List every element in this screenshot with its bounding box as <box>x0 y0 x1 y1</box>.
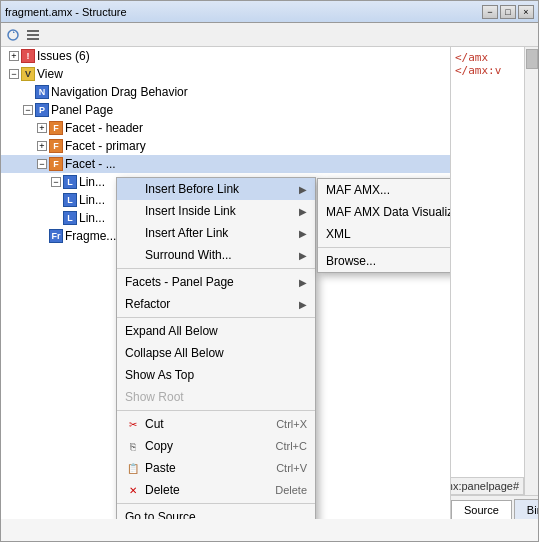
menu-refactor[interactable]: Refactor ▶ <box>117 293 315 315</box>
browse-label: Browse... <box>326 254 376 268</box>
menu-goto-source[interactable]: Go to Source <box>117 506 315 519</box>
menu-facets-label: Facets - Panel Page <box>125 275 234 289</box>
issues-label: Issues (6) <box>37 49 90 63</box>
cut-shortcut: Ctrl+X <box>276 418 307 430</box>
menu-cut-label: Cut <box>145 417 164 431</box>
fragment-label: Fragme... <box>65 229 116 243</box>
menu-cut[interactable]: ✂ Cut Ctrl+X <box>117 413 315 435</box>
menu-insert-before[interactable]: Insert Before Link ▶ MAF AMX... MAF AMX <box>117 178 315 200</box>
facets-arrow: ▶ <box>299 277 307 288</box>
menu-show-as-top[interactable]: Show As Top <box>117 364 315 386</box>
bottom-tabs: Source Bindings <box>451 495 538 519</box>
maf-amx-dataviz-label: MAF AMX Data Visualizations... <box>326 205 451 219</box>
insert-after-icon <box>125 225 141 241</box>
restore-button[interactable]: □ <box>500 5 516 19</box>
menu-insert-inside[interactable]: Insert Inside Link ▶ <box>117 200 315 222</box>
toolbar <box>1 23 538 47</box>
code-line1: </amx <box>455 51 518 64</box>
content-area: + ! Issues (6) − V View N Navigation Dra… <box>1 47 538 519</box>
expand-issues[interactable]: + <box>9 51 19 61</box>
menu-insert-before-label: Insert Before Link <box>145 182 239 196</box>
expand-facet-header[interactable]: + <box>37 123 47 133</box>
xml-label: XML <box>326 227 351 241</box>
context-menu: Insert Before Link ▶ MAF AMX... MAF AMX <box>116 177 316 519</box>
paste-shortcut: Ctrl+V <box>276 462 307 474</box>
scrollbar-thumb[interactable] <box>526 49 538 69</box>
expand-panelpage[interactable]: − <box>23 105 33 115</box>
nav-label: Navigation Drag Behavior <box>51 85 188 99</box>
facet-primary-icon: F <box>49 139 63 153</box>
menu-show-as-top-label: Show As Top <box>125 368 194 382</box>
menu-paste-label: Paste <box>145 461 176 475</box>
facet-header-label: Facet - header <box>65 121 143 135</box>
code-line2: </amx:v <box>455 64 518 77</box>
menu-expand-all[interactable]: Expand All Below <box>117 320 315 342</box>
close-button[interactable]: × <box>518 5 534 19</box>
tree-item-nav[interactable]: N Navigation Drag Behavior <box>1 83 450 101</box>
submenu-browse[interactable]: Browse... <box>318 250 451 272</box>
insert-inside-arrow: ▶ <box>299 206 307 217</box>
minimize-button[interactable]: − <box>482 5 498 19</box>
settings-icon[interactable] <box>25 27 41 43</box>
menu-goto-source-label: Go to Source <box>125 510 196 519</box>
tree-item-issues[interactable]: + ! Issues (6) <box>1 47 450 65</box>
tree-item-view[interactable]: − V View <box>1 65 450 83</box>
tab-source[interactable]: Source <box>451 500 512 519</box>
menu-surround[interactable]: Surround With... ▶ <box>117 244 315 266</box>
expand-link1[interactable]: − <box>51 177 61 187</box>
menu-insert-after[interactable]: Insert After Link ▶ <box>117 222 315 244</box>
submenu-xml[interactable]: XML ▶ <box>318 223 451 245</box>
submenu-maf-amx-dataviz[interactable]: MAF AMX Data Visualizations... <box>318 201 451 223</box>
sep1 <box>117 268 315 269</box>
expand-facet-primary[interactable]: + <box>37 141 47 151</box>
menu-collapse-all-label: Collapse All Below <box>125 346 224 360</box>
status-text: amx:panelpage# <box>451 477 524 495</box>
insert-inside-icon <box>125 203 141 219</box>
submenu-arrow: ▶ <box>299 184 307 195</box>
menu-show-root: Show Root <box>117 386 315 408</box>
fragment-icon: Fr <box>49 229 63 243</box>
menu-insert-after-label: Insert After Link <box>145 226 228 240</box>
window-title: fragment.amx - Structure <box>5 6 127 18</box>
refactor-arrow: ▶ <box>299 299 307 310</box>
menu-show-root-label: Show Root <box>125 390 184 404</box>
facet-header-icon: F <box>49 121 63 135</box>
menu-copy-label: Copy <box>145 439 173 453</box>
svg-rect-2 <box>27 34 39 36</box>
view-label: View <box>37 67 63 81</box>
maf-amx-label: MAF AMX... <box>326 183 390 197</box>
right-panel: </amx </amx:v amx:panelpage# Source Bind… <box>451 47 538 519</box>
tree-item-facet-other[interactable]: − F Facet - ... <box>1 155 450 173</box>
insert-after-arrow: ▶ <box>299 228 307 239</box>
main-window: fragment.amx - Structure − □ × <box>0 0 539 542</box>
link3-icon: L <box>63 211 77 225</box>
surround-arrow: ▶ <box>299 250 307 261</box>
menu-delete-label: Delete <box>145 483 180 497</box>
tree-item-facet-primary[interactable]: + F Facet - primary <box>1 137 450 155</box>
expand-facet-other[interactable]: − <box>37 159 47 169</box>
tree-item-facet-header[interactable]: + F Facet - header <box>1 119 450 137</box>
copy-icon: ⎘ <box>125 438 141 454</box>
submenu-separator <box>318 247 451 248</box>
menu-delete[interactable]: ✕ Delete Delete <box>117 479 315 501</box>
menu-collapse-all[interactable]: Collapse All Below <box>117 342 315 364</box>
tree-panel: + ! Issues (6) − V View N Navigation Dra… <box>1 47 451 519</box>
submenu-maf-amx[interactable]: MAF AMX... <box>318 179 451 201</box>
tree-item-panelpage[interactable]: − P Panel Page <box>1 101 450 119</box>
menu-facets[interactable]: Facets - Panel Page ▶ <box>117 271 315 293</box>
menu-refactor-label: Refactor <box>125 297 170 311</box>
link3-label: Lin... <box>79 211 105 225</box>
scrollbar-right[interactable] <box>524 47 538 519</box>
tab-bindings[interactable]: Bindings <box>514 499 538 519</box>
delete-icon: ✕ <box>125 482 141 498</box>
sync-icon[interactable] <box>5 27 21 43</box>
menu-paste[interactable]: 📋 Paste Ctrl+V <box>117 457 315 479</box>
menu-copy[interactable]: ⎘ Copy Ctrl+C <box>117 435 315 457</box>
link1-icon: L <box>63 175 77 189</box>
expand-view[interactable]: − <box>9 69 19 79</box>
facet-other-icon: F <box>49 157 63 171</box>
title-bar: fragment.amx - Structure − □ × <box>1 1 538 23</box>
panelpage-label: Panel Page <box>51 103 113 117</box>
sep3 <box>117 410 315 411</box>
insert-before-icon <box>125 181 141 197</box>
